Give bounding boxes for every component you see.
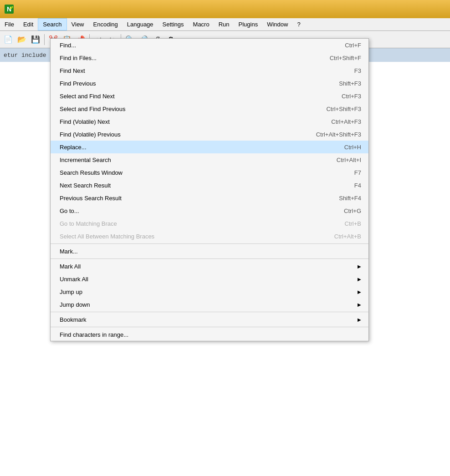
menu-item-jump-down[interactable]: Jump down▶ (51, 298, 368, 311)
menu-item-shortcut-find-volatile-previous: Ctrl+Alt+Shift+F3 (316, 131, 361, 138)
menu-item-label-find: Find... (60, 42, 327, 49)
dropdown-overlay: Find...Ctrl+FFind in Files...Ctrl+Shift+… (0, 25, 450, 476)
menu-item-shortcut-find-volatile-next: Ctrl+Alt+F3 (331, 118, 361, 125)
menu-item-label-find-volatile-next: Find (Volatile) Next (60, 118, 313, 125)
menu-item-jump-up[interactable]: Jump up▶ (51, 285, 368, 298)
menu-item-find-next[interactable]: Find NextF3 (51, 64, 368, 77)
menu-separator-after-bookmark (51, 327, 368, 327)
search-dropdown-menu: Find...Ctrl+FFind in Files...Ctrl+Shift+… (50, 38, 369, 341)
menu-item-search-results-window[interactable]: Search Results WindowF7 (51, 166, 368, 179)
menu-item-label-next-search-result: Next Search Result (60, 182, 336, 189)
menu-item-label-select-find-next: Select and Find Next (60, 93, 323, 100)
menu-item-label-replace: Replace... (60, 144, 326, 151)
menu-item-find[interactable]: Find...Ctrl+F (51, 39, 368, 51)
menu-item-shortcut-go-to: Ctrl+G (344, 208, 361, 214)
menu-item-label-find-volatile-previous: Find (Volatile) Previous (60, 131, 298, 138)
menu-item-mark-all[interactable]: Mark All▶ (51, 260, 368, 273)
menu-item-label-find-next: Find Next (60, 67, 336, 74)
menu-item-label-find-previous: Find Previous (60, 80, 321, 87)
menu-item-label-previous-search-result: Previous Search Result (60, 195, 321, 202)
menu-item-shortcut-find: Ctrl+F (345, 42, 361, 49)
menu-item-go-to[interactable]: Go to...Ctrl+G (51, 204, 368, 217)
menu-item-shortcut-select-find-next: Ctrl+F3 (342, 93, 361, 100)
menu-item-previous-search-result[interactable]: Previous Search ResultShift+F4 (51, 192, 368, 204)
menu-item-label-incremental-search: Incremental Search (60, 157, 318, 163)
menu-item-shortcut-search-results-window: F7 (354, 169, 361, 176)
menu-item-bookmark[interactable]: Bookmark▶ (51, 313, 368, 326)
menu-item-label-find-characters-in-range: Find characters in range... (60, 331, 343, 338)
menu-item-label-select-find-previous: Select and Find Previous (60, 106, 308, 112)
menu-item-incremental-search[interactable]: Incremental SearchCtrl+Alt+I (51, 153, 368, 166)
menu-item-shortcut-incremental-search: Ctrl+Alt+I (337, 157, 361, 163)
menu-item-arrow-bookmark: ▶ (358, 317, 361, 322)
app-icon: N + + (4, 4, 15, 15)
menu-item-arrow-unmark-all: ▶ (358, 277, 361, 282)
title-bar: N + + (0, 0, 450, 18)
svg-text:+: + (11, 5, 14, 9)
menu-item-label-mark-all: Mark All (60, 263, 354, 270)
menu-item-find-volatile-previous[interactable]: Find (Volatile) PreviousCtrl+Alt+Shift+F… (51, 128, 368, 141)
menu-item-arrow-jump-up: ▶ (358, 289, 361, 294)
menu-item-shortcut-select-find-previous: Ctrl+Shift+F3 (326, 106, 361, 112)
menu-item-select-find-previous[interactable]: Select and Find PreviousCtrl+Shift+F3 (51, 102, 368, 115)
menu-item-label-jump-down: Jump down (60, 301, 354, 308)
menu-item-arrow-jump-down: ▶ (358, 302, 361, 307)
menu-item-shortcut-go-to-matching-brace: Ctrl+B (345, 220, 361, 227)
menu-item-select-find-next[interactable]: Select and Find NextCtrl+F3 (51, 90, 368, 102)
menu-item-shortcut-replace: Ctrl+H (344, 144, 361, 151)
menu-item-label-mark: Mark... (60, 248, 343, 255)
menu-item-find-characters-in-range[interactable]: Find characters in range... (51, 328, 368, 341)
menu-item-label-bookmark: Bookmark (60, 316, 354, 323)
menu-item-label-search-results-window: Search Results Window (60, 169, 336, 176)
menu-item-find-previous[interactable]: Find PreviousShift+F3 (51, 77, 368, 90)
menu-item-go-to-matching-brace: Go to Matching BraceCtrl+B (51, 217, 368, 230)
menu-item-label-find-in-files: Find in Files... (60, 55, 312, 61)
menu-item-arrow-mark-all: ▶ (358, 264, 361, 269)
menu-item-next-search-result[interactable]: Next Search ResultF4 (51, 179, 368, 192)
menu-item-shortcut-previous-search-result: Shift+F4 (339, 195, 361, 202)
menu-item-find-in-files[interactable]: Find in Files...Ctrl+Shift+F (51, 51, 368, 64)
menu-separator-after-select-all-between-matching-braces (51, 243, 368, 244)
menu-item-label-jump-up: Jump up (60, 289, 354, 295)
menu-item-shortcut-find-in-files: Ctrl+Shift+F (330, 55, 361, 61)
menu-item-shortcut-find-next: F3 (354, 67, 361, 74)
menu-item-shortcut-find-previous: Shift+F3 (339, 80, 361, 87)
menu-item-label-select-all-between-matching-braces: Select All Between Matching Braces (60, 233, 316, 240)
menu-item-label-go-to: Go to... (60, 208, 326, 214)
menu-item-mark[interactable]: Mark... (51, 245, 368, 258)
menu-item-replace[interactable]: Replace...Ctrl+H (51, 141, 368, 153)
menu-item-shortcut-select-all-between-matching-braces: Ctrl+Alt+B (334, 233, 361, 240)
menu-item-shortcut-next-search-result: F4 (354, 182, 361, 189)
menu-item-unmark-all[interactable]: Unmark All▶ (51, 273, 368, 285)
menu-item-select-all-between-matching-braces: Select All Between Matching BracesCtrl+A… (51, 230, 368, 243)
menu-separator-after-mark (51, 258, 368, 259)
menu-item-label-go-to-matching-brace: Go to Matching Brace (60, 220, 327, 227)
menu-item-label-unmark-all: Unmark All (60, 276, 354, 283)
menu-item-find-volatile-next[interactable]: Find (Volatile) NextCtrl+Alt+F3 (51, 115, 368, 128)
menu-separator-after-jump-down (51, 312, 368, 312)
